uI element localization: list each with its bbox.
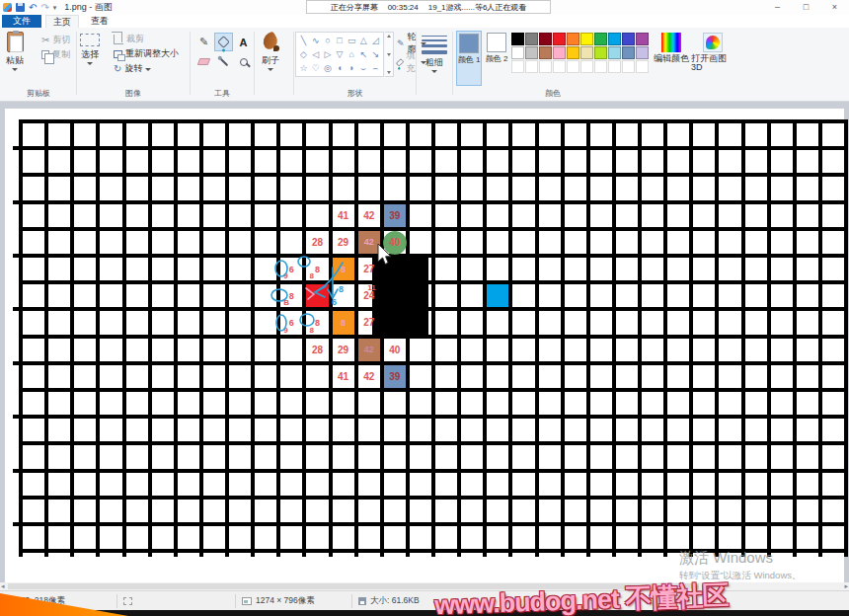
tab-home[interactable]: 主页	[45, 15, 79, 28]
pencil-tool[interactable]: ✎	[194, 33, 213, 51]
select-button[interactable]: 选择	[80, 34, 100, 65]
ribbon-separator	[293, 32, 294, 95]
copy-button[interactable]: 复制	[41, 48, 70, 61]
shape-glyph[interactable]: ▽	[334, 47, 345, 61]
palette-swatch[interactable]	[580, 46, 593, 59]
shape-glyph[interactable]: ↘	[370, 47, 381, 61]
file-size: 大小: 61.6KB	[370, 595, 420, 607]
palette-swatch[interactable]	[539, 46, 552, 59]
palette-swatch[interactable]	[553, 46, 566, 59]
palette-swatch[interactable]	[511, 46, 524, 59]
palette-swatch-empty[interactable]	[539, 60, 552, 73]
text-tool[interactable]: A	[234, 33, 253, 51]
shape-glyph[interactable]: ◎	[322, 61, 333, 75]
palette-swatch[interactable]	[608, 46, 621, 59]
shape-glyph[interactable]: ◿	[370, 34, 381, 47]
palette-swatch[interactable]	[580, 33, 593, 45]
fill-tool[interactable]	[214, 33, 233, 51]
shapes-scrollbar[interactable]	[385, 32, 394, 77]
minimize-button[interactable]: –	[763, 0, 792, 15]
shape-glyph[interactable]: ○	[322, 34, 333, 47]
palette-swatch-empty[interactable]	[636, 60, 649, 73]
shape-glyph[interactable]: ☆	[298, 61, 309, 75]
shapes-gallery[interactable]: ╲∿○□▭△◿◇◁▷▽⌂↖↘☆♡◎◖◗⌣⌢	[295, 32, 384, 77]
ribbon: 粘贴 ✂ 剪切 复制 剪贴板 选择	[0, 28, 849, 102]
close-button[interactable]: ×	[820, 0, 849, 15]
shape-glyph[interactable]: ◁	[310, 47, 321, 61]
screen-share-bar: 正在分享屏幕 00:35:24 19_1游戏......等6人正在观看	[306, 0, 551, 14]
shape-glyph[interactable]: ∿	[310, 34, 321, 47]
palette-swatch-empty[interactable]	[580, 60, 593, 73]
save-icon[interactable]	[16, 3, 25, 12]
palette-swatch[interactable]	[525, 46, 538, 59]
palette-swatch[interactable]	[608, 33, 621, 45]
magnifier-tool[interactable]	[234, 52, 253, 71]
palette-swatch[interactable]	[594, 46, 607, 59]
cut-button[interactable]: ✂ 剪切	[41, 34, 70, 46]
tab-file[interactable]: 文件	[2, 15, 41, 28]
pencil-icon: ✎	[199, 36, 208, 48]
shape-glyph[interactable]: ▷	[322, 47, 333, 61]
brushes-button[interactable]: 刷子	[262, 33, 279, 71]
shape-glyph[interactable]: ♡	[310, 61, 321, 75]
palette-swatch[interactable]	[636, 46, 649, 59]
palette-swatch[interactable]	[622, 46, 635, 59]
shape-glyph[interactable]: ▭	[347, 34, 357, 47]
palette-swatch[interactable]	[567, 46, 579, 59]
palette-swatch[interactable]	[567, 33, 579, 45]
group-tools: ✎ A 工具	[192, 28, 253, 101]
shape-glyph[interactable]: ⌂	[347, 47, 357, 61]
color2-button[interactable]: 颜色 2	[484, 31, 509, 86]
scroll-left-icon[interactable]: ◂	[1, 582, 5, 590]
crop-button[interactable]: 裁剪	[114, 33, 179, 45]
palette-swatch[interactable]	[539, 33, 552, 45]
palette-swatch[interactable]	[636, 33, 649, 45]
shape-glyph[interactable]: ◇	[298, 47, 309, 61]
paint-window: ↶ ↷ ▾ 1.png - 画图 正在分享屏幕 00:35:24 19_1游戏.…	[0, 0, 849, 616]
eraser-icon	[197, 58, 211, 65]
palette-swatch-empty[interactable]	[553, 60, 566, 73]
rotate-button[interactable]: ↻ 旋转	[114, 62, 179, 75]
tab-view[interactable]: 查看	[83, 15, 116, 28]
paste-dropdown-icon	[12, 68, 18, 71]
undo-icon[interactable]: ↶	[29, 3, 37, 13]
palette-swatch[interactable]	[525, 33, 538, 45]
eraser-tool[interactable]	[194, 52, 213, 71]
drawing-canvas[interactable]	[5, 109, 844, 582]
palette-swatch-empty[interactable]	[525, 60, 538, 73]
shape-glyph[interactable]: ⌢	[370, 61, 381, 75]
shape-glyph[interactable]: □	[334, 34, 345, 47]
palette-swatch[interactable]	[511, 33, 524, 45]
restore-button[interactable]: □	[792, 0, 820, 15]
disk-icon	[358, 597, 366, 605]
shape-glyph[interactable]: ⌣	[358, 61, 369, 75]
paste-button[interactable]: 粘贴	[6, 32, 24, 71]
selection-icon	[123, 597, 132, 605]
resize-button[interactable]: 重新调整大小	[114, 47, 179, 60]
palette-swatch[interactable]	[594, 33, 607, 45]
shape-glyph[interactable]: ╲	[298, 34, 309, 47]
shape-glyph[interactable]: ◖	[334, 61, 345, 75]
palette-swatch-empty[interactable]	[567, 60, 579, 73]
quick-access-toolbar: ↶ ↷ ▾ 1.png - 画图	[3, 1, 113, 14]
size-dropdown-icon	[431, 70, 437, 73]
palette-swatch-empty[interactable]	[622, 60, 635, 73]
palette-swatch-empty[interactable]	[594, 60, 607, 73]
edit-colors-button[interactable]: 编辑颜色	[654, 33, 689, 63]
palette-swatch[interactable]	[622, 33, 635, 45]
color-picker-tool[interactable]	[214, 52, 233, 71]
color1-button[interactable]: 颜色 1	[456, 31, 482, 86]
palette-swatch-empty[interactable]	[608, 60, 621, 73]
paint3d-button[interactable]: 打开画图 3D	[691, 33, 734, 72]
palette-swatch[interactable]	[553, 33, 566, 45]
qat-dropdown-icon[interactable]: ▾	[53, 3, 57, 13]
shape-fill-icon	[396, 58, 405, 67]
palette-swatch-empty[interactable]	[511, 60, 524, 73]
shape-glyph[interactable]: △	[358, 34, 369, 47]
shape-glyph[interactable]: ↖	[358, 47, 369, 61]
redo-icon[interactable]: ↷	[40, 3, 48, 13]
shape-glyph[interactable]: ◗	[347, 61, 357, 75]
color2-label: 颜色 2	[486, 54, 508, 63]
size-button[interactable]: 粗细	[422, 36, 447, 73]
copy-icon	[41, 50, 49, 59]
